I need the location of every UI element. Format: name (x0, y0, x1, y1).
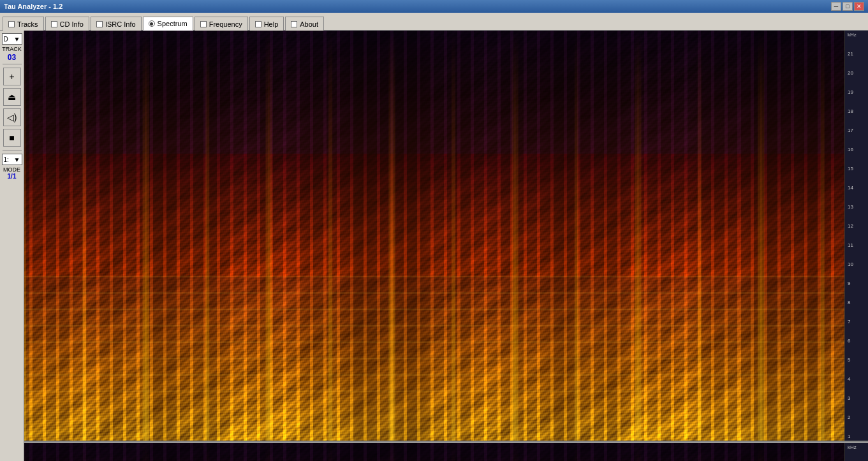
isrcinfo-label: ISRC Info (105, 20, 136, 28)
freq-label: 14 (848, 186, 853, 191)
close-button[interactable]: ✕ (854, 2, 864, 11)
channel-dropdown[interactable]: D ▼ (2, 33, 22, 45)
plus-icon: + (9, 71, 14, 82)
freq-label: 17 (848, 128, 853, 133)
freq-label: 7 (848, 319, 850, 325)
freq-label: 4 (848, 377, 850, 382)
freq-label: 15 (848, 166, 853, 172)
title-text: Tau Analyzer - 1.2 (4, 3, 63, 10)
about-indicator (291, 21, 297, 27)
top-panel: kHz 212019181716151413121110987654321 (24, 31, 868, 441)
freq-label: 18 (848, 109, 853, 114)
frequency-indicator (200, 21, 207, 27)
freq-label: 2 (848, 415, 850, 420)
mode-label: MODE (3, 166, 20, 173)
cdinfo-indicator (51, 21, 57, 27)
tab-cdinfo[interactable]: CD Info (45, 17, 89, 31)
mode-dropdown-arrow: ▼ (14, 156, 20, 163)
mode-value: 1/1 (3, 173, 20, 180)
spectrogram-top[interactable] (24, 31, 844, 441)
main-area: D ▼ TRACK 03 + ⏏ ◁) ■ 1: ▼ MODE 1/1 (0, 31, 868, 461)
maximize-button[interactable]: □ (842, 2, 853, 11)
freq-label: 21 (848, 52, 853, 57)
mode-dropdown[interactable]: 1: ▼ (2, 154, 22, 165)
bottom-panel: kHz 212019181716151413121110987654321 (24, 443, 868, 461)
divider (3, 64, 22, 64)
plus-button[interactable]: + (3, 68, 21, 85)
freq-label: 10 (848, 262, 853, 267)
dropdown-arrow-icon: ▼ (14, 36, 20, 43)
window-controls: ─ □ ✕ (831, 2, 864, 11)
divider-2 (3, 150, 22, 150)
isrcinfo-indicator (96, 21, 103, 27)
freq-scale-top: kHz 212019181716151413121110987654321 (844, 31, 868, 441)
sidebar: D ▼ TRACK 03 + ⏏ ◁) ■ 1: ▼ MODE 1/1 (0, 31, 24, 461)
freq-label: 16 (848, 147, 853, 152)
tab-help[interactable]: Help (249, 17, 284, 31)
channel-label: D (4, 36, 8, 43)
freq-label: 9 (848, 281, 850, 286)
menu-bar: TracksCD InfoISRC InfoSpectrumFrequencyH… (0, 13, 868, 31)
track-number: 03 (2, 53, 22, 62)
speaker-button[interactable]: ◁) (3, 108, 21, 126)
tab-frequency[interactable]: Frequency (195, 17, 248, 31)
speaker-icon: ◁) (7, 112, 17, 122)
help-label: Help (264, 20, 279, 28)
spectrogram-bottom[interactable] (24, 443, 844, 461)
freq-label: 3 (848, 396, 850, 401)
spectrum-label: Spectrum (158, 20, 188, 27)
minimize-button[interactable]: ─ (831, 2, 841, 11)
mode-num-label: 1: (4, 156, 9, 163)
about-label: About (300, 20, 318, 28)
stop-icon: ■ (9, 133, 14, 143)
mode-info: MODE 1/1 (3, 166, 20, 180)
cdinfo-label: CD Info (60, 20, 84, 28)
spectrum-indicator (149, 20, 155, 27)
stop-button[interactable]: ■ (3, 129, 21, 147)
khz-header-bottom: kHz (848, 444, 859, 450)
freq-label: 20 (848, 71, 853, 76)
tab-spectrum[interactable]: Spectrum (143, 17, 193, 31)
tab-isrcinfo[interactable]: ISRC Info (91, 17, 142, 31)
tab-about[interactable]: About (285, 17, 324, 31)
eject-button[interactable]: ⏏ (3, 88, 21, 106)
freq-label: 13 (848, 205, 853, 210)
freq-label: 19 (848, 90, 853, 95)
freq-label: 5 (848, 358, 850, 363)
freq-label: 12 (848, 224, 853, 229)
tracks-label: Tracks (17, 20, 38, 28)
panels-area: kHz 212019181716151413121110987654321 kH… (24, 31, 868, 461)
tab-tracks[interactable]: Tracks (3, 17, 44, 31)
track-label: TRACK 03 (2, 46, 22, 62)
freq-label: 8 (848, 300, 850, 305)
freq-label: 1 (848, 434, 850, 439)
spectrogram-wrapper: kHz 212019181716151413121110987654321 kH… (24, 31, 868, 461)
freq-label: 11 (848, 243, 853, 248)
eject-icon: ⏏ (8, 92, 16, 102)
tracks-indicator (8, 21, 15, 27)
frequency-label: Frequency (209, 20, 242, 28)
khz-header-top: kHz (848, 32, 859, 38)
help-indicator (255, 21, 261, 27)
freq-label: 6 (848, 339, 850, 344)
title-bar: Tau Analyzer - 1.2 ─ □ ✕ (0, 0, 868, 13)
freq-scale-bottom: kHz 212019181716151413121110987654321 (844, 443, 868, 461)
